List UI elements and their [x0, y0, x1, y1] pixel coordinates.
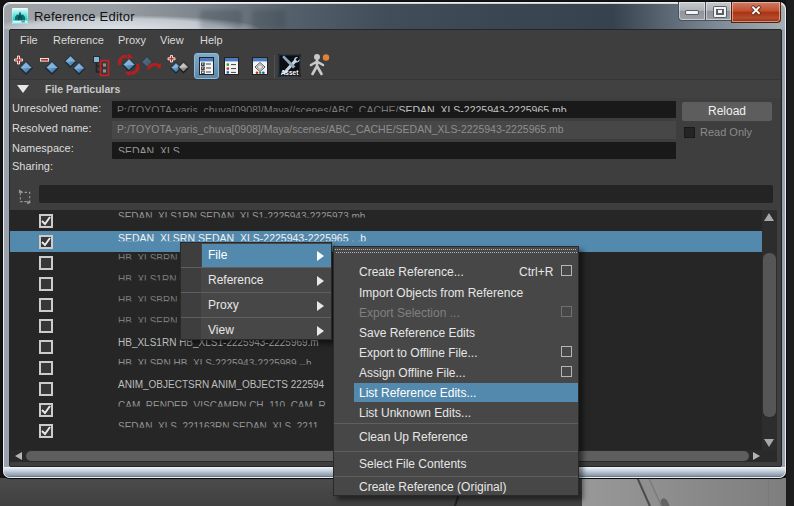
svg-text:Asset: Asset — [281, 69, 300, 76]
